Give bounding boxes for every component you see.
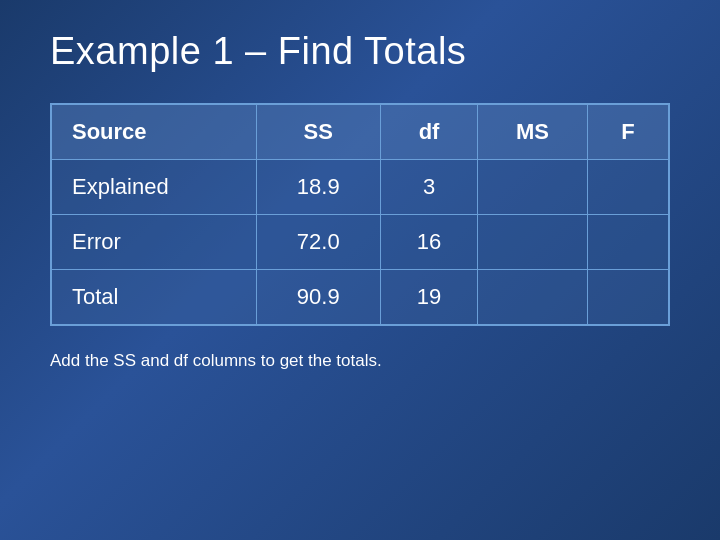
col-header-df: df [380,104,477,160]
cell-f-0 [587,160,669,215]
table-header-row: Source SS df MS F [51,104,669,160]
col-header-source: Source [51,104,256,160]
cell-source-1: Error [51,215,256,270]
cell-source-2: Total [51,270,256,326]
cell-ms-2 [478,270,588,326]
col-header-f: F [587,104,669,160]
cell-df-2: 19 [380,270,477,326]
cell-ms-1 [478,215,588,270]
cell-source-0: Explained [51,160,256,215]
cell-ss-2: 90.9 [256,270,380,326]
cell-ss-0: 18.9 [256,160,380,215]
page-title: Example 1 – Find Totals [50,30,670,73]
cell-f-2 [587,270,669,326]
cell-df-1: 16 [380,215,477,270]
table-row: Error72.016 [51,215,669,270]
footnote: Add the SS and df columns to get the tot… [50,351,670,371]
cell-df-0: 3 [380,160,477,215]
page-container: Example 1 – Find Totals Source SS df MS … [0,0,720,540]
cell-f-1 [587,215,669,270]
table-row: Total90.919 [51,270,669,326]
col-header-ms: MS [478,104,588,160]
col-header-ss: SS [256,104,380,160]
cell-ms-0 [478,160,588,215]
table-row: Explained18.93 [51,160,669,215]
anova-table: Source SS df MS F Explained18.93Error72.… [50,103,670,326]
cell-ss-1: 72.0 [256,215,380,270]
